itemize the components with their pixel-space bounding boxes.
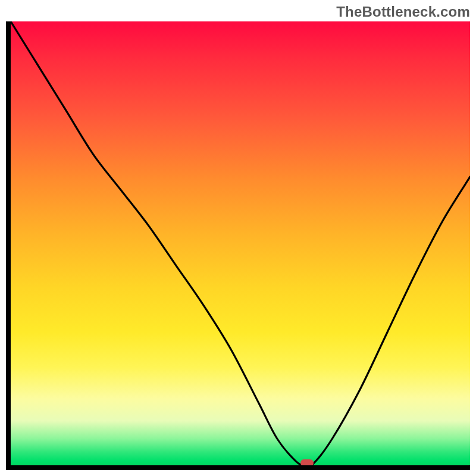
plot-area (6, 21, 470, 470)
bottleneck-chart: TheBottleneck.com (0, 0, 476, 476)
gradient-background (11, 21, 470, 465)
dip-marker (300, 459, 314, 466)
watermark-text: TheBottleneck.com (336, 4, 470, 20)
